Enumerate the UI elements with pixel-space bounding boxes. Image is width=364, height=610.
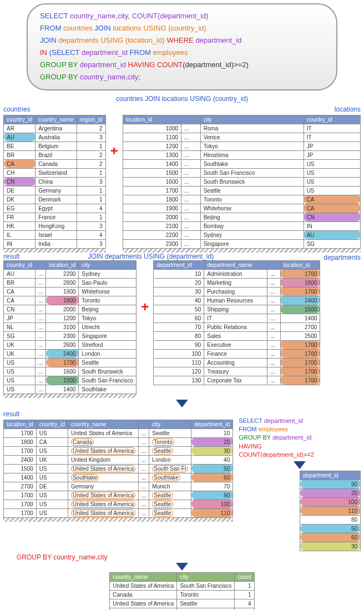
result2-table: location_idcountry_idcountry_namecitydep… — [3, 420, 233, 518]
arrow-down-icon-2 — [294, 461, 306, 469]
arrow-down-icon-3 — [176, 563, 188, 571]
locations-table: location_idcitycountry_id1000...RomaIT11… — [123, 115, 361, 249]
groupby-label: GROUP BY country_name,city — [17, 553, 364, 561]
subquery-text: SELECT department_id FROM employees GROU… — [239, 417, 361, 460]
plus-icon-2: + — [141, 299, 149, 315]
countries-table: country_idcountry_nameregion_idARArgenti… — [3, 115, 106, 249]
step2-label: JOIN departments USING (department_id) — [88, 253, 214, 260]
locations-label: locations — [123, 105, 361, 113]
result2-label: result — [3, 410, 233, 418]
sql-query-box: SELECT country_name,city, COUNT(departme… — [27, 3, 337, 90]
departments-label: departments — [323, 254, 361, 261]
result1-label: result — [3, 253, 19, 260]
arrow-down-icon — [176, 400, 188, 407]
result1-table: country_idlocation_idcityAU...2200Sydney… — [3, 260, 136, 394]
departments-table: department_iddepartment_namelocation_id1… — [153, 260, 320, 385]
countries-label: countries — [3, 105, 106, 113]
final-table: country_namecitycountUnited States of Am… — [109, 572, 254, 610]
deptids-table: department_id902010011080506030 — [300, 471, 361, 551]
plus-icon: + — [110, 143, 118, 159]
step1-label: countries JOIN locations USING (country_… — [0, 95, 364, 103]
